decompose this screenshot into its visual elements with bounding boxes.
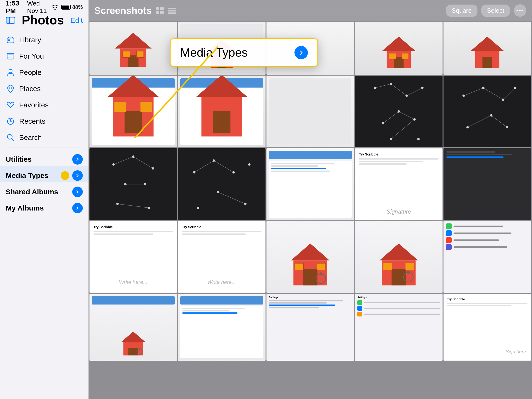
square-button[interactable]: Square — [446, 5, 477, 17]
my-albums-chevron[interactable] — [72, 203, 83, 213]
sidebar-item-places[interactable]: Places — [0, 81, 89, 97]
svg-marker-106 — [121, 332, 146, 342]
svg-rect-24 — [136, 51, 144, 57]
photo-cell[interactable]: Try Scribble Write here... — [89, 221, 177, 293]
svg-line-91 — [218, 192, 245, 204]
photo-cell[interactable] — [443, 148, 531, 220]
recents-icon — [6, 116, 15, 126]
search-label: Search — [19, 133, 42, 142]
photo-cell[interactable] — [355, 22, 443, 75]
photo-cell[interactable] — [89, 148, 177, 220]
photo-row-2 — [89, 76, 531, 147]
battery-percent: 88% — [72, 4, 83, 10]
people-label: People — [19, 68, 41, 76]
photo-cell[interactable] — [266, 148, 354, 220]
media-types-section: Media Types — [0, 166, 89, 182]
more-button[interactable]: ••• — [514, 4, 526, 17]
svg-marker-99 — [379, 244, 418, 260]
svg-point-85 — [248, 163, 250, 166]
photo-cell[interactable] — [178, 148, 266, 220]
sidebar-item-search[interactable]: Search — [0, 129, 89, 146]
photo-row-5: Settings Settings — [89, 294, 531, 361]
svg-marker-28 — [382, 37, 416, 51]
sidebar-item-for-you[interactable]: For You — [0, 48, 89, 64]
sidebar-item-recents[interactable]: Recents — [0, 113, 89, 129]
people-icon — [6, 68, 15, 77]
grid-view-icon[interactable] — [155, 7, 165, 14]
media-types-chevron[interactable] — [72, 170, 83, 181]
sidebar-item-favorites[interactable]: Favorites — [0, 97, 89, 113]
svg-line-56 — [383, 111, 399, 123]
svg-line-69 — [468, 115, 491, 127]
svg-point-0 — [54, 9, 56, 10]
library-label: Library — [19, 36, 41, 44]
svg-point-98 — [319, 272, 322, 275]
sidebar-collapse-icon[interactable] — [6, 16, 15, 24]
my-albums-section: My Albums — [0, 199, 89, 215]
svg-line-89 — [194, 160, 214, 172]
photo-cell[interactable] — [443, 22, 531, 75]
photos-title: Photos — [22, 13, 64, 27]
topbar-left: Screenshots — [94, 5, 177, 16]
search-icon — [6, 133, 15, 142]
library-icon — [6, 35, 15, 45]
list-view-icon[interactable] — [167, 7, 177, 14]
sidebar-item-library[interactable]: Library — [0, 32, 89, 48]
photo-cell[interactable]: Try Scribble Sign here — [443, 294, 531, 361]
photo-cell[interactable]: Settings — [355, 294, 443, 361]
svg-rect-94 — [303, 269, 317, 285]
svg-line-70 — [491, 115, 507, 127]
svg-point-72 — [132, 155, 134, 158]
favorites-label: Favorites — [19, 101, 49, 109]
photo-grid-container: Try Scribble Signature — [89, 21, 532, 362]
photo-cell[interactable] — [266, 221, 354, 293]
photo-cell[interactable] — [89, 22, 177, 75]
svg-rect-38 — [125, 111, 142, 133]
svg-marker-41 — [196, 76, 247, 97]
places-label: Places — [19, 85, 41, 93]
svg-line-55 — [407, 88, 422, 96]
svg-line-81 — [117, 204, 149, 208]
media-types-popup-chevron[interactable] — [294, 46, 308, 59]
photo-cell[interactable] — [178, 76, 266, 147]
topbar-right: Square Select ••• — [446, 4, 526, 17]
photo-cell[interactable] — [89, 294, 177, 361]
photo-cell[interactable] — [266, 76, 354, 147]
svg-rect-40 — [140, 102, 152, 112]
divider-1 — [6, 148, 83, 148]
select-button[interactable]: Select — [481, 5, 510, 17]
svg-rect-31 — [389, 53, 396, 59]
for-you-label: For You — [19, 52, 44, 60]
svg-point-9 — [9, 69, 12, 73]
photo-cell[interactable]: Try Scribble Signature — [355, 148, 443, 220]
svg-rect-7 — [8, 39, 10, 41]
svg-rect-18 — [168, 10, 176, 12]
my-albums-label: My Albums — [6, 204, 44, 212]
photo-cell[interactable] — [355, 76, 443, 147]
wifi-icon — [51, 4, 59, 11]
svg-rect-17 — [168, 8, 176, 9]
svg-point-105 — [407, 271, 410, 274]
svg-rect-14 — [160, 7, 164, 10]
utilities-chevron[interactable] — [72, 154, 83, 165]
photo-cell[interactable]: Settings — [266, 294, 354, 361]
photo-cell[interactable] — [443, 221, 531, 293]
svg-line-58 — [391, 119, 415, 139]
photo-cell[interactable] — [89, 76, 177, 147]
svg-line-79 — [133, 157, 153, 168]
photo-cell[interactable] — [178, 294, 266, 361]
sidebar-item-people[interactable]: People — [0, 64, 89, 81]
svg-line-90 — [214, 160, 234, 172]
svg-line-68 — [503, 88, 515, 100]
edit-button[interactable]: Edit — [70, 16, 83, 24]
utilities-label: Utilities — [6, 155, 32, 163]
media-types-popup[interactable]: Media Types — [170, 38, 318, 67]
photo-cell[interactable] — [443, 76, 531, 147]
photo-cell[interactable]: Try Scribble Write here... — [178, 221, 266, 293]
shared-albums-chevron[interactable] — [72, 187, 83, 197]
svg-marker-36 — [108, 76, 158, 97]
status-icons: 88% — [51, 4, 83, 11]
recents-label: Recents — [19, 117, 45, 125]
svg-rect-103 — [405, 263, 414, 270]
photo-cell[interactable] — [355, 221, 443, 293]
